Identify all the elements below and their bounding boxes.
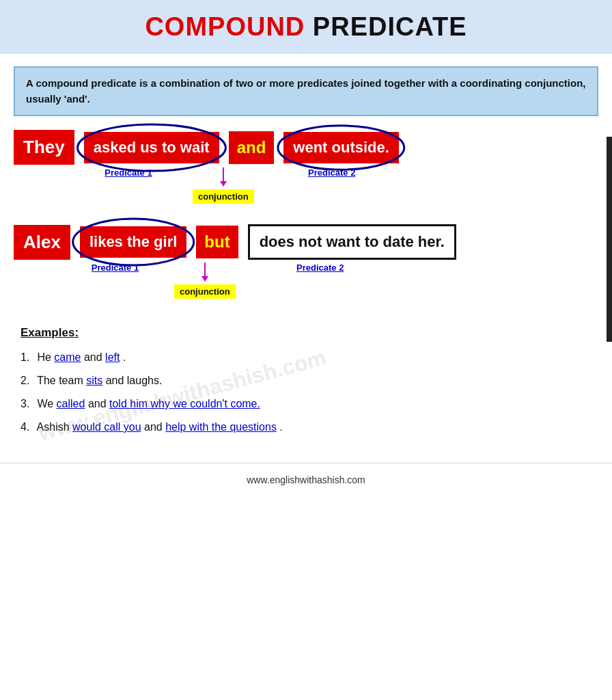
predicate1-box-2: likes the girl (80, 226, 186, 258)
conjunction-label-1: conjunction (193, 189, 254, 204)
example-link-1b[interactable]: left (105, 351, 120, 363)
example-text-2c: laughs. (127, 375, 163, 386)
example-list: 1. He came and left . 2. The team sits a… (20, 349, 592, 435)
predicate1-label-2: Predicate 1 (66, 262, 165, 273)
arrow-line-2 (204, 262, 206, 276)
predicate2-label: Predicate 2 (277, 167, 387, 178)
footer: www.englishwithashish.com (0, 463, 612, 496)
example-item-4: 4. Ashish would call you and help with t… (20, 419, 592, 435)
example-num-2: 2. (20, 373, 34, 389)
predicate1-label: Predicate 1 (74, 167, 183, 178)
example-text-4c: . (279, 421, 282, 433)
page-container: COMPOUND PREDICATE A compound predicate … (0, 0, 612, 700)
predicate2-box: went outside. (283, 132, 399, 163)
predicate2-wrap: went outside. (283, 132, 399, 163)
arrow-line-1 (223, 167, 224, 181)
subject-2: Alex (14, 225, 70, 260)
examples-section: Examples: 1. He came and left . 2. The t… (0, 312, 612, 456)
diagram-1: They asked us to wait and went outside. (7, 130, 605, 204)
predicate1-label-area: Predicate 1 (74, 167, 183, 178)
example-text-2a: The team (37, 375, 86, 386)
arrow-head-2 (201, 276, 208, 282)
example-text-4a: Ashish (37, 421, 72, 433)
example-text-3b: and (88, 398, 109, 409)
predicate1-box: asked us to wait (84, 132, 219, 163)
example-item-1: 1. He came and left . (20, 349, 592, 366)
example-item-2: 2. The team sits and laughs. (20, 373, 592, 389)
predicate2-label-2: Predicate 2 (252, 262, 389, 273)
example-num-4: 4. (20, 419, 34, 435)
example-link-2a[interactable]: sits (86, 375, 102, 386)
conjunction-label-2: conjunction (174, 284, 236, 299)
example-link-4b[interactable]: help with the questions (165, 421, 277, 433)
arrow-head-1 (220, 181, 227, 187)
example-link-3a[interactable]: called (57, 398, 85, 409)
example-text-1b: and (84, 351, 105, 363)
example-text-4b: and (144, 421, 165, 433)
footer-url: www.englishwithashish.com (247, 474, 365, 485)
example-num-3: 3. (20, 396, 34, 412)
predicate2-label-area: Predicate 2 (277, 167, 387, 178)
predicate1-label-area-2: Predicate 1 (66, 262, 165, 273)
example-link-3b[interactable]: told him why we couldn't come. (109, 398, 260, 409)
right-bar (607, 137, 612, 342)
definition-box: A compound predicate is a combination of… (14, 66, 598, 116)
diagram-2: Alex likes the girl but does not want to… (7, 224, 605, 299)
predicate1-wrap: asked us to wait (84, 132, 219, 163)
conjunction-label-group-1: conjunction (193, 167, 254, 204)
example-text-1a: He (37, 351, 54, 363)
example-num-1: 1. (20, 349, 34, 366)
examples-title: Examples: (20, 326, 592, 340)
conjunction-1: and (229, 131, 275, 164)
title-compound: COMPOUND (145, 12, 305, 41)
title-predicate: PREDICATE (313, 12, 467, 41)
example-item-3: 3. We called and told him why we couldn'… (20, 396, 592, 412)
predicate2-label-area-2: Predicate 2 (252, 262, 389, 273)
example-text-1c: . (123, 351, 126, 363)
conjunction-label-group-2: conjunction (174, 262, 236, 299)
example-link-1a[interactable]: came (54, 351, 81, 363)
header: COMPOUND PREDICATE (0, 0, 612, 54)
page-title: COMPOUND PREDICATE (14, 12, 598, 42)
example-link-4a[interactable]: would call you (72, 421, 141, 433)
predicate1-wrap-2: likes the girl (80, 226, 186, 258)
example-text-2b: and (106, 375, 127, 386)
example-text-3a: We (37, 398, 56, 409)
predicate2-box-2: does not want to date her. (248, 224, 456, 260)
definition-text: A compound predicate is a combination of… (26, 77, 586, 105)
subject-1: They (14, 130, 74, 165)
conjunction-2: but (196, 226, 238, 258)
